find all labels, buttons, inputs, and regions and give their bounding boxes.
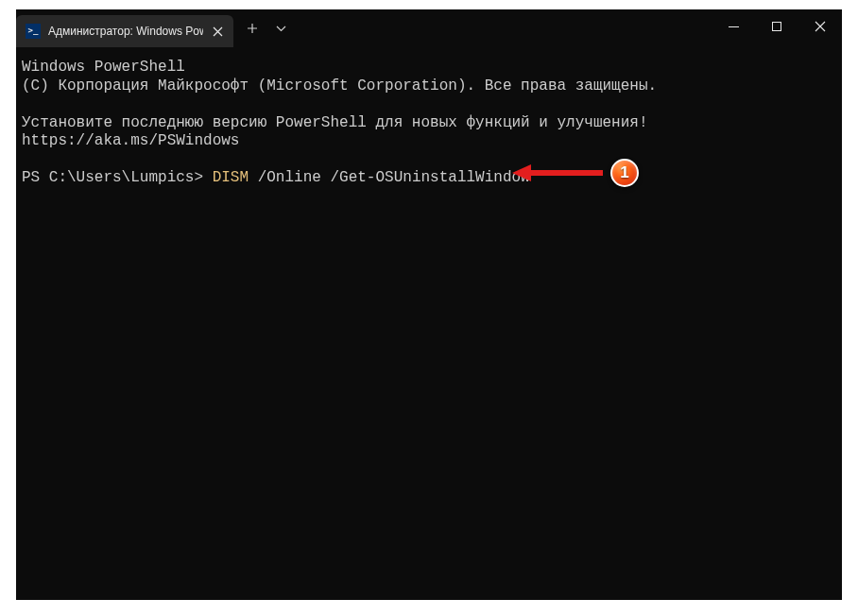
powershell-icon: >_ <box>26 24 41 39</box>
titlebar[interactable]: >_ Администратор: Windows Pow <box>16 9 842 47</box>
new-tab-button[interactable] <box>237 13 267 43</box>
window-controls <box>712 9 842 43</box>
terminal-line: (C) Корпорация Майкрософт (Microsoft Cor… <box>22 77 657 94</box>
close-icon[interactable] <box>209 23 226 40</box>
terminal-window: >_ Администратор: Windows Pow Windows Po… <box>16 9 842 600</box>
tab-active[interactable]: >_ Администратор: Windows Pow <box>16 15 233 47</box>
command-highlight: DISM <box>213 169 249 186</box>
minimize-button[interactable] <box>712 9 755 43</box>
terminal-line: Windows PowerShell <box>22 59 185 76</box>
command-rest: /Online /Get-OSUninstallWindow <box>249 169 530 186</box>
terminal-content[interactable]: Windows PowerShell (C) Корпорация Майкро… <box>16 47 842 600</box>
tab-dropdown-button[interactable] <box>267 13 294 43</box>
prompt: PS C:\Users\Lumpics> <box>22 169 213 186</box>
terminal-line: Установите последнюю версию PowerShell д… <box>22 114 657 150</box>
maximize-button[interactable] <box>755 9 798 43</box>
close-button[interactable] <box>798 9 842 43</box>
tab-title: Администратор: Windows Pow <box>48 25 203 38</box>
